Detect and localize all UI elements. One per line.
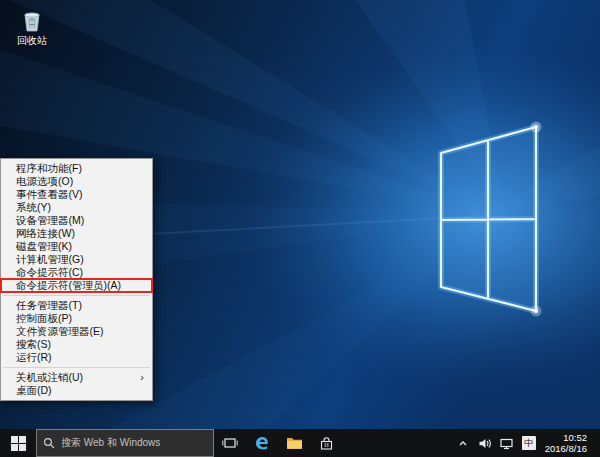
window-logo: [441, 122, 542, 317]
store-button[interactable]: [310, 429, 342, 457]
menu-separator: [3, 367, 150, 368]
menu-item-shutdown-signout[interactable]: 关机或注销(U) ›: [1, 371, 152, 384]
file-explorer-icon: [286, 436, 303, 450]
menu-item-event-viewer[interactable]: 事件查看器(V): [1, 188, 152, 201]
task-view-button[interactable]: [214, 429, 246, 457]
search-icon: [43, 437, 55, 449]
edge-browser-button[interactable]: [246, 429, 278, 457]
edge-icon: [254, 435, 270, 451]
menu-item-desktop[interactable]: 桌面(D): [1, 384, 152, 397]
system-tray: 中 10:52 2016/8/16: [452, 429, 600, 457]
menu-item-programs-features[interactable]: 程序和功能(F): [1, 162, 152, 175]
search-placeholder: 搜索 Web 和 Windows: [61, 436, 160, 450]
volume-button[interactable]: [474, 437, 496, 450]
taskbar-search-box[interactable]: 搜索 Web 和 Windows: [36, 429, 214, 457]
ime-icon: 中: [522, 436, 536, 450]
menu-item-command-prompt-admin[interactable]: 命令提示符(管理员)(A): [1, 279, 152, 292]
menu-separator: [3, 295, 150, 296]
menu-item-network-connections[interactable]: 网络连接(W): [1, 227, 152, 240]
menu-item-command-prompt[interactable]: 命令提示符(C): [1, 266, 152, 279]
taskbar-clock[interactable]: 10:52 2016/8/16: [540, 432, 594, 454]
menu-item-run[interactable]: 运行(R): [1, 351, 152, 364]
recycle-bin-label: 回收站: [8, 34, 56, 48]
menu-item-file-explorer[interactable]: 文件资源管理器(E): [1, 325, 152, 338]
network-button[interactable]: [496, 437, 518, 450]
menu-item-device-manager[interactable]: 设备管理器(M): [1, 214, 152, 227]
menu-item-search[interactable]: 搜索(S): [1, 338, 152, 351]
menu-item-system[interactable]: 系统(Y): [1, 201, 152, 214]
winx-context-menu: 程序和功能(F) 电源选项(O) 事件查看器(V) 系统(Y) 设备管理器(M)…: [0, 158, 153, 401]
clock-time: 10:52: [563, 432, 587, 443]
network-icon: [499, 437, 514, 450]
ime-indicator-button[interactable]: 中: [518, 436, 540, 450]
clock-date: 2016/8/16: [545, 443, 587, 454]
windows-logo-icon: [11, 436, 26, 451]
menu-item-control-panel[interactable]: 控制面板(P): [1, 312, 152, 325]
speaker-icon: [478, 437, 492, 450]
chevron-up-icon: [457, 437, 469, 449]
menu-item-power-options[interactable]: 电源选项(O): [1, 175, 152, 188]
menu-item-disk-management[interactable]: 磁盘管理(K): [1, 240, 152, 253]
store-icon: [319, 436, 334, 451]
hidden-icons-button[interactable]: [452, 437, 474, 449]
taskbar: 搜索 Web 和 Windows: [0, 429, 600, 457]
menu-item-computer-management[interactable]: 计算机管理(G): [1, 253, 152, 266]
desktop[interactable]: 回收站 程序和功能(F) 电源选项(O) 事件查看器(V) 系统(Y) 设备管理…: [0, 0, 600, 429]
task-view-icon: [222, 436, 238, 450]
recycle-bin-icon: [19, 7, 45, 33]
submenu-arrow-icon: ›: [140, 372, 144, 383]
recycle-bin[interactable]: 回收站: [8, 7, 56, 48]
start-button[interactable]: [0, 429, 36, 457]
file-explorer-button[interactable]: [278, 429, 310, 457]
menu-item-task-manager[interactable]: 任务管理器(T): [1, 299, 152, 312]
